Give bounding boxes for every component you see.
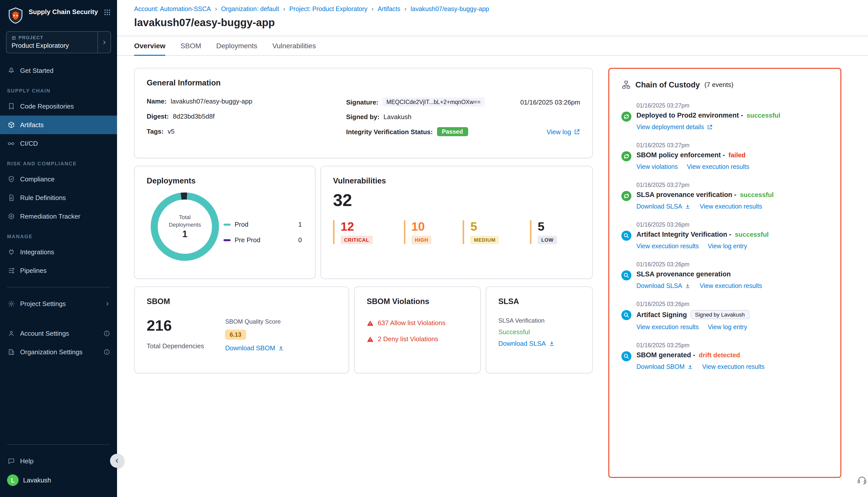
sidebar-item-integrations[interactable]: Integrations [0,243,117,261]
project-selector[interactable]: PROJECT Product Exploratory [6,31,111,53]
hierarchy-icon [621,80,631,89]
download-sbom-link[interactable]: Download SBOM [636,363,693,370]
custody-event: 01/16/2025 03:27pm Deployed to Prod2 env… [621,102,828,131]
preprod-legend-dash [223,239,231,241]
sidebar-item-rule-definitions[interactable]: Rule Definitions [0,188,117,207]
view-execution-results-link[interactable]: View execution results [702,363,765,370]
view-deployment-details-link[interactable]: View deployment details [636,124,712,131]
medium-badge: MEDIUM [471,236,499,244]
download-sbom-link[interactable]: Download SBOM [225,344,284,352]
event-title: SBOM generated - [636,351,695,359]
sidebar-item-organization-settings[interactable]: Organization Settings [0,343,117,361]
sidebar-collapse-handle[interactable] [110,454,124,468]
critical-count: 12 [341,220,373,233]
support-chat-icon[interactable] [857,475,867,485]
chain-of-custody-title: Chain of Custody [635,80,700,89]
supply-chain-security-logo-icon [7,7,24,24]
breadcrumb-account[interactable]: Account: Automation-SSCA [134,5,211,12]
view-execution-results-link[interactable]: View execution results [636,324,699,331]
download-icon [685,283,691,289]
low-badge: LOW [538,236,557,244]
info-icon[interactable] [103,330,110,337]
card-title: SLSA [498,297,580,306]
breadcrumb-project[interactable]: Project: Product Exploratory [289,5,367,12]
tab-overview[interactable]: Overview [134,36,165,56]
tags-field: Tags: v5 [147,128,346,135]
view-execution-results-link[interactable]: View execution results [636,243,699,250]
digest-field: Digest: 8d23bd3b5d8f [147,113,346,120]
left-column: General Information Name: lavakush07/eas… [134,68,593,373]
breadcrumb-organization[interactable]: Organization: default [221,5,279,12]
breadcrumb-separator: › [283,5,285,13]
severity-breakdown: 12 CRITICAL 10 HIGH [333,220,580,244]
breadcrumb-artifacts[interactable]: Artifacts [378,5,400,12]
slsa-card: SLSA SLSA Verification Successful Downlo… [486,286,593,373]
user-avatar: L [7,474,18,486]
sidebar-item-cicd[interactable]: CI/CD [0,134,117,153]
card-title: SBOM [147,297,336,306]
deny-list-violations-link[interactable]: 2 Deny list Violations [367,335,468,343]
field-value: lavakush07/easy-buggy-app [171,98,252,105]
view-execution-results-link[interactable]: View execution results [700,282,762,289]
cube-target-icon [7,213,15,220]
view-log-entry-link[interactable]: View log entry [708,324,747,331]
legend-label: Prod [235,221,248,228]
severity-medium: 5 MEDIUM [463,220,499,244]
sidebar-item-help[interactable]: Help [0,452,117,470]
download-slsa-link[interactable]: Download SLSA [636,282,691,289]
infinity-icon [7,140,15,147]
event-status: failed [728,151,746,159]
sidebar-item-label: Code Repositories [20,102,74,110]
view-execution-results-link[interactable]: View execution results [687,163,749,170]
sidebar-item-get-started[interactable]: Get Started [0,61,117,80]
field-label: Signed by: [346,113,379,120]
rocket-icon [7,67,15,74]
row-deployments-vulnerabilities: Deployments Total Deployments 1 [134,166,593,279]
sbom-quality-label: SBOM Quality Score [225,318,280,325]
sidebar-item-label: CI/CD [20,140,38,147]
sidebar-divider [7,287,110,287]
download-icon [687,364,693,370]
integrity-status-field: Integrity Verification Status: Passed Vi… [346,127,580,136]
sidebar-item-label: Artifacts [20,121,44,129]
sidebar-item-label: Rule Definitions [20,194,66,201]
custody-event: 01/16/2025 03:26pm SLSA provenance gener… [621,261,828,289]
app-root: Supply Chain Security PROJECT Product Ex… [0,0,868,497]
view-violations-link[interactable]: View violations [636,163,678,170]
sidebar-bottom: Help L Lavakush [0,437,117,497]
breadcrumb-current-artifact[interactable]: lavakush07/easy-buggy-app [411,5,489,12]
sidebar-item-remediation-tracker[interactable]: Remediation Tracker [0,207,117,226]
tab-deployments[interactable]: Deployments [216,36,257,56]
account-icon [7,330,15,337]
sidebar-item-project-settings[interactable]: Project Settings [0,295,117,313]
sidebar-item-code-repositories[interactable]: Code Repositories [0,97,117,116]
download-slsa-link[interactable]: Download SLSA [636,203,691,210]
sidebar-item-account-settings[interactable]: Account Settings [0,324,117,343]
tab-vulnerabilities[interactable]: Vulnerabilities [272,36,316,56]
pipeline-event-icon [621,191,632,201]
view-log-entry-link[interactable]: View log entry [708,243,747,250]
main-content: Account: Automation-SSCA › Organization:… [117,0,868,497]
user-menu[interactable]: L Lavakush [0,470,117,490]
allow-list-violations-link[interactable]: 637 Allow list Violations [367,319,468,327]
info-icon[interactable] [103,349,110,355]
breadcrumb: Account: Automation-SSCA › Organization:… [134,5,851,13]
tab-sbom[interactable]: SBOM [180,36,201,56]
chevron-right-icon [98,32,111,53]
download-slsa-link[interactable]: Download SLSA [498,340,555,347]
chain-of-custody-header: Chain of Custody (7 events) [621,80,828,89]
field-label: Digest: [147,113,169,120]
sidebar-item-pipelines[interactable]: Pipelines [0,261,117,280]
event-status: successful [740,191,773,199]
module-grid-icon[interactable] [103,7,111,16]
page-title: lavakush07/easy-buggy-app [134,17,851,29]
sidebar-item-compliance[interactable]: Compliance [0,170,117,188]
view-execution-results-link[interactable]: View execution results [700,203,762,210]
sidebar-item-artifacts[interactable]: Artifacts [0,116,117,134]
sbom-card: SBOM 216 Total Dependencies SBOM Quality… [134,286,349,373]
view-log-link[interactable]: View log [547,128,580,136]
sbom-quality-score-badge: 6.13 [225,330,246,340]
chain-of-custody-panel: Chain of Custody (7 events) 01/16/2025 0… [608,68,841,478]
severity-high: 10 HIGH [404,220,432,244]
severity-divider [530,220,532,244]
